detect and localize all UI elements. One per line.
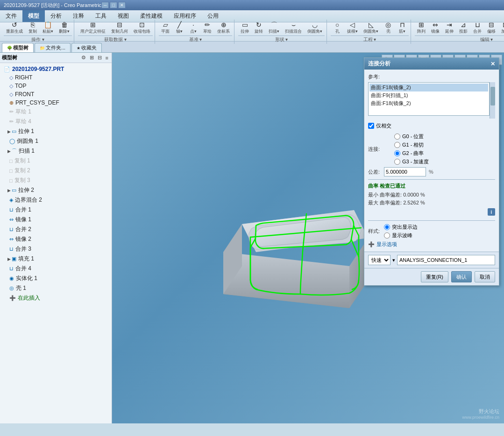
analysis-close-icon[interactable]: ✕	[490, 61, 495, 67]
close-button[interactable]: ✕	[118, 2, 126, 8]
tb-user-feature[interactable]: ⊞ 用户定义特征	[78, 21, 108, 35]
tree-item-boundary2[interactable]: ◈ 边界混合 2	[0, 195, 112, 205]
tb-round[interactable]: ◡倒圆角▾	[305, 21, 325, 35]
tab-favorites[interactable]: ★收藏夹	[71, 43, 102, 52]
tb-offset[interactable]: ⊟偏移	[485, 21, 498, 35]
toolbar-group-datum: ▱ 平面 ╱ 轴▾ · 点▾ ✏ 草绘 ⊕ 坐标系	[157, 20, 234, 44]
tb-rib[interactable]: ⊓筋▾	[396, 21, 409, 35]
tb-extrude[interactable]: ▭拉伸	[238, 21, 251, 35]
tree-item-copy1[interactable]: □ 复制 1	[0, 156, 112, 166]
tree-item-front[interactable]: ◇ FRONT	[0, 90, 112, 98]
tb-revolve[interactable]: ↻旋转	[252, 21, 265, 35]
tb-pattern[interactable]: ⊞阵列	[415, 21, 428, 35]
tree-item-sweep1[interactable]: ▶ ⌒ 扫描 1	[0, 146, 112, 156]
tree-item-merge1[interactable]: ⊔ 合并 1	[0, 205, 112, 215]
minimize-button[interactable]: ─	[101, 2, 109, 8]
tb-chamfer[interactable]: ◺倒圆角▾	[361, 21, 381, 35]
radio-g0[interactable]	[394, 134, 400, 140]
tb-merge[interactable]: ⊔合并	[471, 21, 484, 35]
ref-item-2[interactable]: 曲面:F18(镜像_2)	[369, 99, 488, 107]
tree-item-merge3[interactable]: ⊔ 合并 3	[0, 244, 112, 254]
tree-item-copy3[interactable]: □ 复制 3	[0, 176, 112, 185]
ref-item-1[interactable]: 曲面:F9(扫描_1)	[369, 91, 488, 99]
tree-item-top[interactable]: ◇ TOP	[0, 82, 112, 90]
divider2	[368, 220, 495, 221]
tb-mirror[interactable]: ⇔镜像	[429, 21, 442, 35]
tb-draft[interactable]: ◁拔模▾	[345, 21, 360, 35]
radio-g3[interactable]	[394, 159, 400, 165]
watermark: 野火论坛 www.proewildfire.cn	[462, 408, 499, 420]
viewport[interactable]: 🔍 + − ⬜ ⊟ ⊠ ◧ ⊡ ◪ ↺	[112, 53, 504, 423]
tb-copy[interactable]: ⎘ 复制	[26, 21, 39, 35]
style-edge-radio[interactable]	[384, 224, 390, 230]
radio-g2[interactable]	[394, 150, 400, 156]
tree-item-mirror2[interactable]: ⇔ 镜像 2	[0, 234, 112, 244]
connection-g0: G0 - 位置	[394, 133, 429, 140]
tree-item-fill1[interactable]: ▶ ▣ 填充 1	[0, 254, 112, 264]
tree-item-mirror1[interactable]: ⇔ 镜像 1	[0, 215, 112, 225]
tb-regenerate[interactable]: ↺ 重新生成	[4, 21, 25, 35]
ref-item-0[interactable]: 曲面:F18(镜像_2)	[369, 84, 488, 91]
analysis-name-input[interactable]	[397, 255, 495, 265]
tb-csys[interactable]: ⊕ 坐标系	[215, 21, 232, 35]
tree-item-sketch4[interactable]: ✏ 草绘 4	[0, 117, 112, 127]
tree-more-btn[interactable]: ≡	[104, 55, 110, 61]
tree-item-merge4[interactable]: ⊔ 合并 4	[0, 264, 112, 274]
titlebar-title: 20201209-9527 [活动的] - Creo Parametric	[4, 2, 101, 9]
tree-item-round1[interactable]: ◯ 倒圆角 1	[0, 136, 112, 146]
connection-g3: G3 - 加速度	[394, 158, 429, 165]
tree-settings-btn[interactable]: ⚙	[80, 54, 87, 61]
connection-label: 连接:	[368, 146, 381, 153]
tb-project[interactable]: ⊿投影	[457, 21, 470, 35]
tree-collapse-btn[interactable]: ⊟	[96, 54, 103, 61]
speed-select[interactable]: 快速 标准 精细	[368, 255, 390, 265]
tree-toolbar: 模型树 ⚙ ⊞ ⊟ ≡	[0, 53, 112, 63]
tree-item-extrude2[interactable]: ▶ ▭ 拉伸 2	[0, 185, 112, 195]
tab-folders[interactable]: 📁文件夹...	[35, 43, 71, 52]
tb-copy-geometry[interactable]: ⊟ 复制几何	[109, 21, 130, 35]
engineering-label: 工程 ▾	[331, 35, 409, 43]
style-wave-radio[interactable]	[384, 232, 390, 239]
ok-button[interactable]: 确认	[451, 271, 472, 282]
tb-shell[interactable]: ◎壳	[382, 21, 395, 35]
cancel-button[interactable]: 取消	[475, 271, 495, 282]
info-icon[interactable]: i	[488, 208, 495, 216]
tb-axis[interactable]: ╱ 轴▾	[173, 21, 186, 35]
tolerance-row: 公差: %	[368, 167, 495, 176]
reference-scrollbar[interactable]	[490, 82, 495, 119]
tb-plane[interactable]: ▱ 平面	[159, 21, 172, 35]
tree-title: 模型树	[2, 54, 79, 61]
tb-thicken[interactable]: ⊠加厚	[499, 21, 504, 35]
display-options[interactable]: ➕ 显示选项	[368, 241, 495, 248]
tree-item-shell1[interactable]: ◎ 壳 1	[0, 283, 112, 293]
only-intersect-checkbox[interactable]	[368, 123, 374, 129]
tb-sweep[interactable]: ⌒扫描▾	[266, 21, 282, 35]
reference-listbox[interactable]: 曲面:F18(镜像_2) 曲面:F9(扫描_1) 曲面:F18(镜像_2)	[368, 82, 490, 116]
maximize-button[interactable]: □	[110, 2, 117, 8]
tb-sweep-blend[interactable]: ⌣扫描混合	[283, 21, 304, 35]
tree-item-sketch1[interactable]: ✏ 草绘 1	[0, 107, 112, 117]
tree-item-solidify1[interactable]: ◉ 实体化 1	[0, 274, 112, 283]
toolbar-group-edit: ⊞阵列 ⇔镜像 ⇥延伸 ⊿投影 ⊔合并 ⊟偏移 ⊠加厚 ✂修剪 ∩相交 ◉实体化…	[413, 20, 504, 44]
radio-g1[interactable]	[394, 142, 400, 148]
reference-section: 参考: 曲面:F18(镜像_2) 曲面:F9(扫描_1) 曲面:F18(镜像_2…	[368, 73, 495, 119]
tree-item-right[interactable]: ◇ RIGHT	[0, 73, 112, 82]
tb-hole[interactable]: ○孔	[331, 21, 344, 35]
tree-item-csys[interactable]: ⊕ PRT_CSYS_DEF	[0, 98, 112, 107]
style-edge: 突出显示边	[384, 224, 418, 231]
repeat-button[interactable]: 重复(R)	[421, 271, 448, 282]
tb-paste[interactable]: 📋 粘贴▾	[40, 21, 56, 35]
tb-delete[interactable]: 🗑 删除▾	[57, 21, 72, 35]
tb-point[interactable]: · 点▾	[187, 21, 200, 35]
tree-item-copy2[interactable]: □ 复制 2	[0, 166, 112, 176]
tree-item-insert[interactable]: ➕ 在此插入	[0, 293, 112, 303]
tree-item-extrude1[interactable]: ▶ ▭ 拉伸 1	[0, 127, 112, 136]
tb-sketch[interactable]: ✏ 草绘	[201, 21, 214, 35]
tree-item-file[interactable]: 📄 20201209-9527.PRT	[0, 65, 112, 73]
tb-shrink-wrap[interactable]: ⊡ 收缩包络	[131, 21, 153, 35]
tree-expand-btn[interactable]: ⊞	[88, 54, 95, 61]
tree-item-merge2[interactable]: ⊔ 合并 2	[0, 225, 112, 234]
tab-model-tree[interactable]: 🌳模型树	[2, 43, 34, 52]
tb-extend[interactable]: ⇥延伸	[443, 21, 456, 35]
tolerance-input[interactable]	[384, 167, 426, 176]
